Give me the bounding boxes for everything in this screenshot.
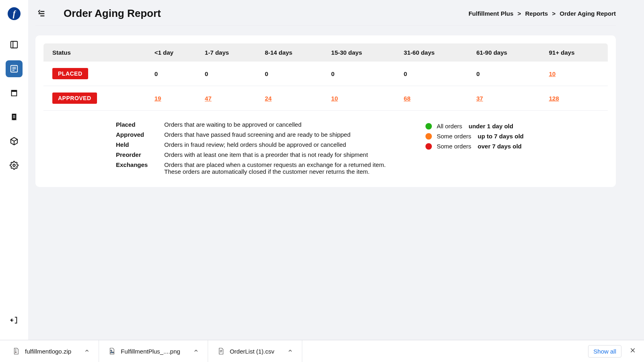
nav-archive[interactable] <box>6 84 23 101</box>
status-badge: PLACED <box>52 68 88 79</box>
download-filename: fulfillmentlogo.zip <box>25 348 71 355</box>
legend-text: Some orders <box>437 143 471 150</box>
svg-point-16 <box>15 352 16 353</box>
count-link[interactable]: 68 <box>404 95 411 102</box>
breadcrumb-sep: > <box>518 10 521 17</box>
legend-row: Some orders up to 7 days old <box>425 133 604 140</box>
count-value: 0 <box>261 62 327 86</box>
table-row: PLACED00000010 <box>43 62 608 86</box>
chevron-up-icon[interactable] <box>287 348 293 355</box>
download-item[interactable]: fulfillmentlogo.zip <box>3 340 99 362</box>
definition-desc: Orders that are waiting to be approved o… <box>164 121 401 128</box>
table-row: APPROVED194724106837128 <box>43 86 608 111</box>
table-header: 61-90 days <box>472 43 545 62</box>
definition-desc: Orders with at least one item that is a … <box>164 151 401 158</box>
legend-bold: up to 7 days old <box>478 133 524 140</box>
count-link[interactable]: 19 <box>155 95 161 102</box>
breadcrumb-item: Order Aging Report <box>560 10 616 17</box>
table-header: <1 day <box>151 43 201 62</box>
table-header: Status <box>43 43 151 62</box>
nav-package[interactable] <box>6 133 23 150</box>
legend-text: Some orders <box>437 133 471 140</box>
sidebar-toggle[interactable] <box>35 8 47 20</box>
legend-row: Some orders over 7 days old <box>425 143 604 150</box>
table-header: 91+ days <box>545 43 608 62</box>
table-header: 15-30 days <box>327 43 400 62</box>
count-link[interactable]: 37 <box>476 95 483 102</box>
count-link[interactable]: 10 <box>331 95 338 102</box>
page-title: Order Aging Report <box>64 7 161 20</box>
count-link[interactable]: 47 <box>205 95 212 102</box>
nav-logout[interactable] <box>6 312 23 329</box>
svg-point-11 <box>13 164 15 167</box>
definition-term: Approved <box>116 131 160 138</box>
count-value: 0 <box>151 62 201 86</box>
breadcrumb-item[interactable]: Reports <box>525 10 548 17</box>
legend-row: All orders under 1 day old <box>425 123 604 130</box>
app-logo[interactable]: f <box>8 7 21 20</box>
aging-table: Status<1 day1-7 days8-14 days15-30 days3… <box>43 43 608 111</box>
downloads-show-all[interactable]: Show all <box>588 345 621 358</box>
legend-text: All orders <box>437 123 462 130</box>
legend-wrap: PlacedOrders that are waiting to be appr… <box>43 111 608 179</box>
downloads-close[interactable] <box>627 345 638 358</box>
breadcrumbs: Fulfillment Plus > Reports > Order Aging… <box>469 10 616 17</box>
nav-receipt[interactable] <box>6 109 23 125</box>
download-filename: FulfillmentPlus_....png <box>121 348 180 355</box>
definition-term: Placed <box>116 121 160 128</box>
count-value: 0 <box>400 62 472 86</box>
breadcrumb-sep: > <box>552 10 556 17</box>
nav-settings[interactable] <box>6 157 23 174</box>
table-header: 1-7 days <box>201 43 261 62</box>
definition-desc: Orders that are placed when a customer r… <box>164 161 401 175</box>
status-definitions: PlacedOrders that are waiting to be appr… <box>116 121 401 175</box>
legend-dot <box>425 133 432 140</box>
sidebar: f <box>0 0 28 340</box>
svg-point-17 <box>111 350 112 351</box>
nav-icons <box>6 36 23 174</box>
legend-dot <box>425 123 432 130</box>
count-value: 0 <box>201 62 261 86</box>
definition-desc: Orders that have passed fraud screening … <box>164 131 401 138</box>
download-filename: OrderList (1).csv <box>230 348 275 355</box>
header-divider <box>35 25 616 26</box>
nav-reports[interactable] <box>6 60 23 77</box>
main-content: Order Aging Report Fulfillment Plus > Re… <box>28 0 644 340</box>
count-link[interactable]: 10 <box>549 70 556 77</box>
legend-bold: over 7 days old <box>478 143 522 150</box>
table-header: 31-60 days <box>400 43 472 62</box>
file-icon <box>217 346 225 356</box>
file-icon <box>12 346 20 356</box>
chevron-up-icon[interactable] <box>84 348 90 355</box>
nav-dashboard[interactable] <box>6 36 23 53</box>
file-icon <box>108 346 116 356</box>
definition-term: Preorder <box>116 151 160 158</box>
count-value: 0 <box>472 62 545 86</box>
definition-term: Held <box>116 141 160 148</box>
status-badge: APPROVED <box>52 93 97 104</box>
definition-term: Exchanges <box>116 161 160 175</box>
table-header: 8-14 days <box>261 43 327 62</box>
color-legend: All orders under 1 day oldSome orders up… <box>425 121 604 175</box>
chevron-up-icon[interactable] <box>193 348 199 355</box>
legend-bold: under 1 day old <box>469 123 513 130</box>
download-item[interactable]: FulfillmentPlus_....png <box>99 340 208 362</box>
definition-desc: Orders in fraud review; held orders shou… <box>164 141 401 148</box>
count-link[interactable]: 24 <box>265 95 272 102</box>
svg-rect-0 <box>11 41 18 48</box>
count-link[interactable]: 128 <box>549 95 559 102</box>
downloads-bar: fulfillmentlogo.zipFulfillmentPlus_....p… <box>0 340 644 362</box>
count-value: 0 <box>327 62 400 86</box>
breadcrumb-item[interactable]: Fulfillment Plus <box>469 10 514 17</box>
topbar: Order Aging Report Fulfillment Plus > Re… <box>28 0 644 24</box>
download-item[interactable]: OrderList (1).csv <box>208 340 302 362</box>
report-card: Status<1 day1-7 days8-14 days15-30 days3… <box>35 35 616 187</box>
legend-dot <box>425 143 432 150</box>
